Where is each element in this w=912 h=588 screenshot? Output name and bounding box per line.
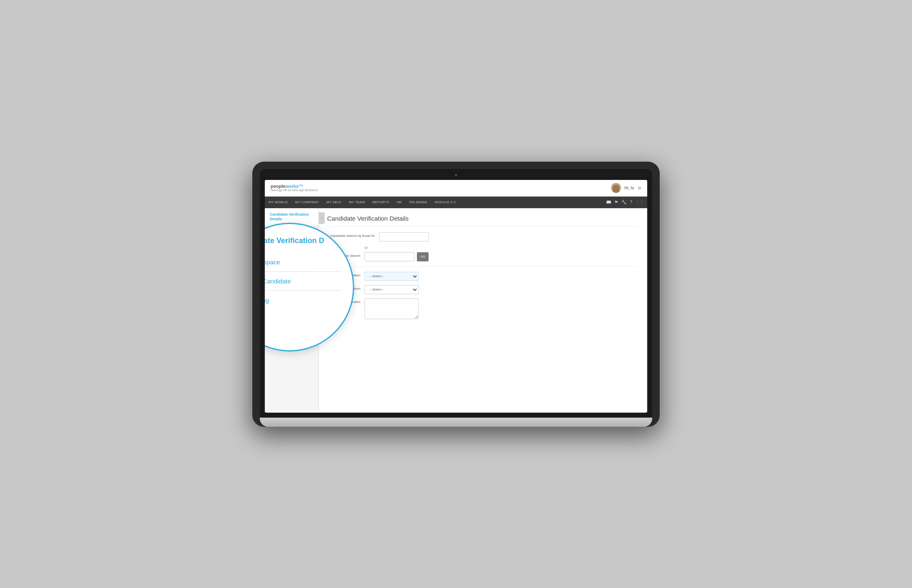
logo-text: peopleworks™ <box>271 184 318 189</box>
nav-item-myteam[interactable]: MY TEAM <box>345 197 368 208</box>
nav-item-pwadmin[interactable]: PW ADMIN <box>405 197 431 208</box>
zoom-circle-title: Candidate Verification D <box>265 236 341 246</box>
logo-works: works™ <box>285 184 303 189</box>
logo-people: people <box>271 184 285 189</box>
reason-row: Reason -- Select -- <box>327 285 639 294</box>
gear-icon[interactable]: ⚙ <box>638 186 641 190</box>
remarks-row: Remarks <box>327 298 639 319</box>
chevron-left-icon: ‹ <box>321 216 323 220</box>
page-title: Candidate Verification Details <box>327 215 639 226</box>
reason-select[interactable]: -- Select -- <box>365 285 419 294</box>
laptop-base <box>260 418 652 427</box>
help-icon[interactable]: ? <box>630 200 632 204</box>
top-right: Hi, hr ⚙ <box>611 183 641 193</box>
candidate-search-row: * Candidate Search GO <box>327 252 639 261</box>
email-label-text: Candidate Search by Email ID <box>330 234 375 238</box>
logo: peopleworks™ New Age HR for New Age Work… <box>271 184 318 192</box>
tools-icon[interactable]: 🔧 <box>621 200 626 204</box>
zoom-item-shortlisting[interactable]: Shortlisting <box>265 291 341 310</box>
recommendation-select[interactable]: -- Select -- <box>365 272 419 281</box>
or-divider: or <box>365 246 639 250</box>
avatar-silhouette <box>613 185 619 193</box>
section-divider-1 <box>327 266 639 267</box>
email-input[interactable] <box>379 232 429 241</box>
menu-icon[interactable]: ⋮⋮ <box>636 200 644 204</box>
nav-item-myworld[interactable]: MY WORLD <box>265 197 291 208</box>
candidate-search-input[interactable] <box>365 252 414 261</box>
nav-right-icons: 📖 ⚑ 🔧 ? ⋮⋮ <box>606 200 647 204</box>
nav-item-module20[interactable]: MODULE 2.0 <box>431 197 459 208</box>
book-icon[interactable]: 📖 <box>606 200 611 204</box>
logo-tagline: New Age HR for New Age Workforce <box>271 189 318 192</box>
avatar <box>611 183 621 193</box>
search-row: GO <box>365 252 429 261</box>
hi-text: Hi, hr <box>624 186 634 190</box>
or-text: or <box>365 246 368 250</box>
zoom-item-hr-workspace[interactable]: HR Workspace <box>265 253 341 272</box>
camera <box>455 174 457 177</box>
flag-icon[interactable]: ⚑ <box>614 200 618 204</box>
laptop-screen: peopleworks™ New Age HR for New Age Work… <box>265 180 647 413</box>
nav-bar: MY WORLD MY COMPANY MY SELF MY TEAM REPO… <box>265 197 647 208</box>
sidebar-toggle[interactable]: ‹ <box>319 212 325 224</box>
email-label: * Candidate Search by Email ID <box>327 232 375 238</box>
nav-item-mycompany[interactable]: MY COMPANY <box>291 197 323 208</box>
laptop-outer: peopleworks™ New Age HR for New Age Work… <box>252 162 660 427</box>
nav-item-myself[interactable]: MY SELF <box>323 197 345 208</box>
zoom-item-manage-candidate[interactable]: Manage Candidate <box>265 272 341 291</box>
nav-items: MY WORLD MY COMPANY MY SELF MY TEAM REPO… <box>265 197 459 208</box>
remarks-textarea[interactable] <box>365 298 419 319</box>
nav-item-hr[interactable]: HR <box>393 197 405 208</box>
nav-item-reports[interactable]: REPORTS <box>369 197 393 208</box>
top-bar: peopleworks™ New Age HR for New Age Work… <box>265 180 647 197</box>
page-content: Candidate Verification Details * Candida… <box>319 208 647 412</box>
recommendation-row: * Recommendation -- Select -- <box>327 272 639 281</box>
go-button[interactable]: GO <box>417 252 429 261</box>
main-layout: Candidate Verification Details HR Worksp… <box>265 208 647 412</box>
screen-bezel: peopleworks™ New Age HR for New Age Work… <box>260 169 652 418</box>
email-search-row: * Candidate Search by Email ID <box>327 232 639 241</box>
